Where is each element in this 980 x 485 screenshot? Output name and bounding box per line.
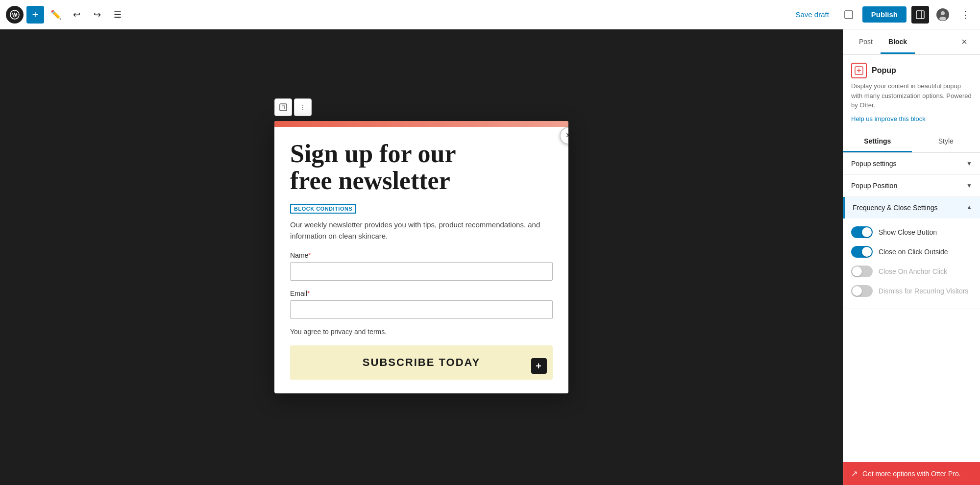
block-conditions-badge[interactable]: BLOCK CONDITIONS xyxy=(290,204,356,214)
dismiss-recurring-label: Dismiss for Recurring Visitors xyxy=(879,287,972,295)
popup-more-options-button[interactable]: ⋮ xyxy=(294,98,312,116)
block-description: Display your content in beautiful popup … xyxy=(851,81,972,110)
wordpress-logo[interactable]: W xyxy=(6,6,24,24)
chevron-popup-settings-icon: ▼ xyxy=(966,160,972,167)
svg-point-7 xyxy=(939,17,946,21)
list-view-button[interactable]: ☰ xyxy=(109,6,126,24)
dismiss-recurring-toggle[interactable] xyxy=(851,285,873,297)
toggle-row-show-close-button: Show Close Button xyxy=(851,222,972,242)
sidebar-toggle-button[interactable] xyxy=(911,6,929,24)
edit-mode-button[interactable]: ✏️ xyxy=(47,6,65,24)
popup-block-toolbar: ⋮ xyxy=(274,98,312,116)
chevron-frequency-close-icon: ▼ xyxy=(966,204,972,211)
right-sidebar: Post Block × Popup Display your content … xyxy=(843,29,980,485)
block-name: Popup xyxy=(872,66,896,75)
toggle-row-dismiss-recurring: Dismiss for Recurring Visitors xyxy=(851,281,972,301)
svg-text:W: W xyxy=(12,12,18,18)
publish-button[interactable]: Publish xyxy=(862,6,906,23)
sidebar-header: Post Block × xyxy=(843,29,980,55)
toggle-row-close-on-anchor-click: Close On Anchor Click xyxy=(851,262,972,281)
subscribe-plus-icon: + xyxy=(531,358,547,374)
accordion-popup-settings-header[interactable]: Popup settings ▼ xyxy=(843,153,980,174)
save-draft-button[interactable]: Save draft xyxy=(789,7,834,22)
help-link[interactable]: Help us improve this block xyxy=(851,115,926,122)
tab-post[interactable]: Post xyxy=(851,31,881,54)
popup-header-bar xyxy=(274,121,568,127)
accordion-popup-settings: Popup settings ▼ xyxy=(843,153,980,175)
popup-wrapper: ⋮ × Sign up for our free newsletter BLOC… xyxy=(274,121,568,393)
toolbar-left: W + ✏️ ↩ ↪ ☰ xyxy=(6,6,126,24)
toggle-row-close-on-click-outside: Close on Click Outside xyxy=(851,242,972,262)
email-input[interactable] xyxy=(290,300,553,319)
add-block-button[interactable]: + xyxy=(26,6,44,24)
toolbar-right: Save draft Publish ⋮ xyxy=(789,6,974,24)
show-close-button-label: Show Close Button xyxy=(879,228,972,236)
accordion-popup-position: Popup Position ▼ xyxy=(843,175,980,197)
svg-rect-8 xyxy=(280,104,287,111)
tab-block[interactable]: Block xyxy=(881,31,915,54)
subscribe-button[interactable]: SUBSCRIBE TODAY + xyxy=(290,345,553,380)
options-menu-button[interactable]: ⋮ xyxy=(956,6,974,24)
otter-pro-banner[interactable]: ↗ Get more options with Otter Pro. xyxy=(843,462,980,485)
show-close-button-toggle[interactable] xyxy=(851,226,873,238)
close-on-anchor-click-label: Close On Anchor Click xyxy=(879,267,972,275)
popup-expand-button[interactable] xyxy=(274,98,292,116)
tab-settings[interactable]: Settings xyxy=(843,131,912,152)
popup-title: Sign up for our free newsletter xyxy=(290,141,553,194)
view-toggle-button[interactable] xyxy=(840,6,858,24)
name-required-star: * xyxy=(308,251,311,259)
popup-body: Sign up for our free newsletter BLOCK CO… xyxy=(274,127,568,393)
accordion-frequency-close-header[interactable]: Frequency & Close Settings ▼ xyxy=(843,197,980,218)
main-area: ⋮ × Sign up for our free newsletter BLOC… xyxy=(0,29,980,485)
settings-style-tabs: Settings Style xyxy=(843,131,980,153)
accordion-popup-position-header[interactable]: Popup Position ▼ xyxy=(843,175,980,196)
close-on-click-outside-toggle[interactable] xyxy=(851,246,873,258)
popup-modal: × Sign up for our free newsletter BLOCK … xyxy=(274,121,568,393)
close-on-anchor-click-toggle[interactable] xyxy=(851,266,873,277)
chevron-popup-position-icon: ▼ xyxy=(966,182,972,189)
block-info-header: Popup xyxy=(851,63,972,78)
accordion-frequency-close-body: Show Close Button Close on Click Outside xyxy=(843,218,980,309)
sidebar-close-button[interactable]: × xyxy=(956,34,972,50)
block-icon xyxy=(851,63,867,78)
user-avatar-button[interactable] xyxy=(934,6,952,24)
otter-pro-icon: ↗ xyxy=(851,469,858,478)
popup-description: Our weekly newsletter provides you with … xyxy=(290,219,553,242)
undo-button[interactable]: ↩ xyxy=(68,6,85,24)
toolbar: W + ✏️ ↩ ↪ ☰ Save draft Publish ⋮ xyxy=(0,0,980,29)
agree-text: You agree to privacy and terms. xyxy=(290,328,553,336)
otter-pro-label: Get more options with Otter Pro. xyxy=(862,470,961,478)
block-info-section: Popup Display your content in beautiful … xyxy=(843,55,980,131)
svg-rect-2 xyxy=(845,11,853,19)
editor-canvas: ⋮ × Sign up for our free newsletter BLOC… xyxy=(0,29,843,485)
email-label: Email* xyxy=(290,290,553,297)
email-required-star: * xyxy=(307,290,310,297)
name-input[interactable] xyxy=(290,262,553,281)
name-label: Name* xyxy=(290,251,553,259)
accordion-frequency-close: Frequency & Close Settings ▼ Show Close … xyxy=(843,197,980,309)
tab-style[interactable]: Style xyxy=(912,131,980,152)
close-on-click-outside-label: Close on Click Outside xyxy=(879,248,972,256)
svg-point-6 xyxy=(941,11,945,15)
svg-rect-3 xyxy=(916,11,924,19)
redo-button[interactable]: ↪ xyxy=(88,6,106,24)
